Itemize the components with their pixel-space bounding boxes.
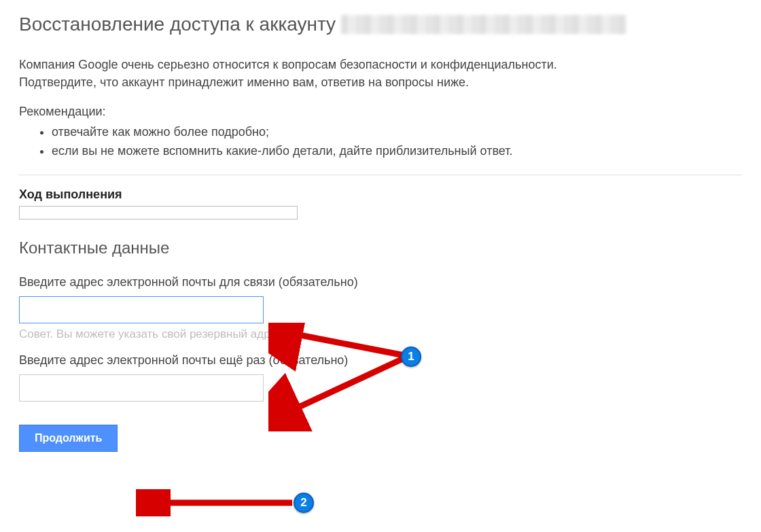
annotation-badge-2: 2: [294, 493, 314, 513]
page-title: Восстановление доступа к аккаунту: [19, 14, 742, 35]
recommendations-label: Рекомендации:: [19, 105, 742, 119]
annotation-arrow-2: [136, 489, 306, 516]
recommendation-item: отвечайте как можно более подробно;: [52, 123, 742, 142]
intro-line-1: Компания Google очень серьезно относится…: [19, 58, 557, 71]
progress-bar: [19, 206, 298, 219]
redacted-account-name: [341, 15, 626, 34]
intro-line-2: Подтвердите, что аккаунт принадлежит име…: [19, 75, 469, 89]
progress-label: Ход выполнения: [19, 188, 742, 202]
recommendations-list: отвечайте как можно более подробно; если…: [19, 123, 742, 161]
recommendation-item: если вы не можете вспомнить какие-либо д…: [52, 142, 742, 161]
intro-paragraph: Компания Google очень серьезно относится…: [19, 56, 742, 91]
divider: [19, 175, 742, 175]
email-label: Введите адрес электронной почты для связ…: [19, 275, 742, 289]
confirm-email-input[interactable]: [19, 374, 264, 402]
confirm-email-label: Введите адрес электронной почты ещё раз …: [19, 353, 742, 368]
continue-button[interactable]: Продолжить: [19, 425, 118, 452]
email-hint: Совет. Вы можете указать свой резервный …: [19, 327, 742, 341]
title-text: Восстановление доступа к аккаунту: [19, 14, 336, 35]
email-input[interactable]: [19, 296, 264, 323]
contact-heading: Контактные данные: [19, 238, 742, 258]
